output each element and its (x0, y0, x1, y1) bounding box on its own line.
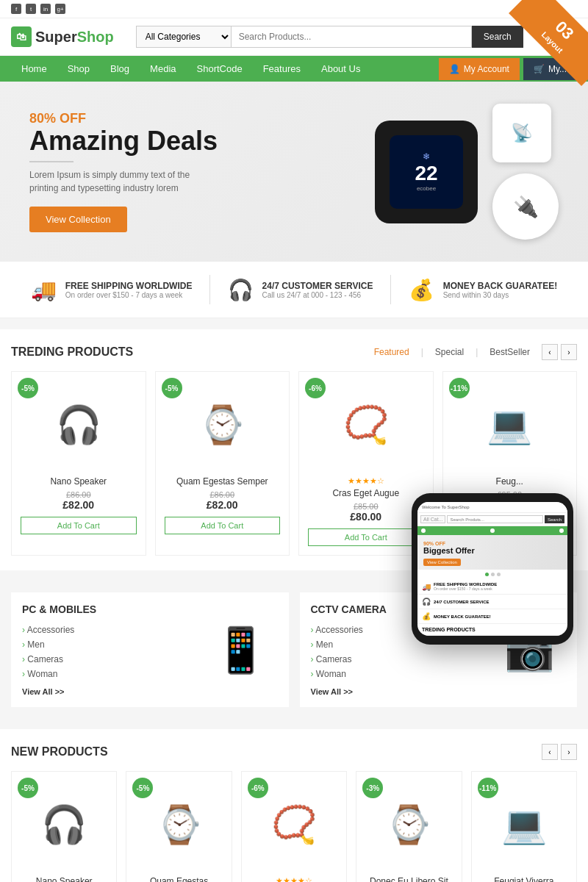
tab-divider-1: | (421, 347, 423, 357)
tab-featured[interactable]: Featured (370, 345, 414, 359)
mobile-category: All Cat... (420, 515, 445, 523)
nav-features[interactable]: Features (253, 56, 311, 82)
phone-icon: 📞 (538, 30, 553, 44)
feature-divider-1 (209, 275, 210, 304)
trending-prev-arrow[interactable]: ‹ (542, 344, 558, 360)
add-to-cart-0[interactable]: Add To Cart (21, 517, 137, 534)
mobile-frame: Welcome To SuperShop All Cat... Search 9… (412, 493, 573, 645)
nav-home[interactable]: Home (11, 56, 57, 82)
add-to-cart-2[interactable]: Add To Cart (308, 528, 424, 546)
hero-content: 80% OFF Amazing Deals Lorem Ipsum is sim… (29, 111, 375, 233)
category-pc-item-0[interactable]: Accessories (22, 623, 193, 637)
nav-aboutus[interactable]: About Us (311, 56, 370, 82)
nav-media[interactable]: Media (140, 56, 186, 82)
header-search: All Categories Search (136, 26, 523, 48)
category-pc-item-3[interactable]: Woman (22, 667, 193, 681)
new-product-name-3: Donec Eu Libero Sit (365, 876, 452, 882)
product-old-price-2: £85.00 (308, 502, 424, 511)
mobile-support-icon: 🎧 (422, 598, 431, 606)
search-button[interactable]: Search (472, 26, 523, 48)
view-collection-button[interactable]: View Collection (29, 207, 127, 232)
hero-device-small: 📡 (492, 104, 551, 162)
linkedin-icon[interactable]: in (40, 4, 51, 14)
new-products-header: NEW PRODUCTS ‹ › (11, 744, 577, 760)
tab-bestseller[interactable]: BestSeller (485, 345, 534, 359)
header: 🛍 SuperShop All Categories Search 📞 No..… (0, 18, 588, 56)
new-product-badge-2: -6% (248, 778, 268, 798)
support-icon: 🎧 (228, 278, 254, 302)
search-input[interactable] (232, 26, 472, 48)
hero-title: Amazing Deals (29, 126, 375, 156)
mobile-search-bar: All Cat... Search (417, 513, 567, 526)
trending-next-arrow[interactable]: › (561, 344, 577, 360)
product-icon-0: 🎧 (56, 404, 101, 446)
category-pc-item-2[interactable]: Cameras (22, 652, 193, 667)
new-product-1: -5% ⌚ Quam Egestas Semper £86.00 £82.00 … (126, 771, 232, 882)
new-products-title: NEW PRODUCTS (11, 745, 108, 759)
new-products-next-arrow[interactable]: › (561, 744, 577, 760)
new-product-badge-3: -3% (362, 778, 383, 798)
product-icon-3: 💻 (487, 404, 532, 446)
category-pc-info: PC & MOBILES Accessories Men Cameras Wom… (22, 603, 193, 696)
device-label: ecobee (417, 185, 436, 192)
mobile-shipping-icon: 🚚 (422, 583, 431, 591)
mobile-nav (417, 526, 567, 535)
new-product-stars-2: ★★★★☆ (251, 876, 337, 882)
new-product-icon-3: ⌚ (386, 803, 431, 846)
new-product-0: -5% 🎧 Nano Speaker £86.00 £82.00 Add To … (11, 771, 117, 882)
category-cctv-item-2[interactable]: Cameras (311, 652, 482, 667)
product-price-0: £82.00 (21, 499, 137, 511)
feature-moneyback-title: MONEY BACK GUARATEE! (443, 281, 558, 291)
category-select[interactable]: All Categories (136, 26, 232, 48)
mobile-feature-2-title: 24/7 CUSTOMER SERVICE (434, 600, 489, 604)
category-pc-item-1[interactable]: Men (22, 637, 193, 652)
mobile-banner-title: Biggest Offer (423, 546, 562, 555)
mobile-dot-1 (485, 573, 489, 576)
hero-device-round: 🔌 (492, 173, 559, 240)
category-pc-viewall[interactable]: View All >> (22, 687, 193, 696)
nav-shortcode[interactable]: ShortCode (187, 56, 253, 82)
cart-icon: 🛒 (534, 64, 545, 74)
mobile-feature-2-text: 24/7 CUSTOMER SERVICE (434, 600, 489, 604)
facebook-icon[interactable]: f (11, 4, 21, 14)
product-name-1: Quam Egestas Semper (165, 476, 281, 487)
hero-discount: 80% OFF (29, 111, 375, 126)
product-img-3: 💻 (452, 381, 568, 469)
nav-shop[interactable]: Shop (57, 56, 100, 82)
phone-number: No... (560, 32, 577, 41)
googleplus-icon[interactable]: g+ (55, 4, 65, 14)
hero-device-ecobee: ❄ 22 ecobee (375, 121, 478, 223)
mobile-money-icon: 💰 (422, 612, 431, 620)
new-products-nav-arrows: ‹ › (542, 744, 577, 760)
new-products-prev-arrow[interactable]: ‹ (542, 744, 558, 760)
category-cctv-item-3[interactable]: Woman (311, 667, 482, 681)
device-screen: ❄ 22 ecobee (390, 135, 463, 209)
new-product-icon-0: 🎧 (41, 803, 87, 846)
product-img-2: 📿 (308, 381, 424, 469)
cart-button[interactable]: 🛒 My... (523, 58, 577, 80)
tab-special[interactable]: Special (431, 345, 468, 359)
mobile-screen: Welcome To SuperShop All Cat... Search 9… (417, 502, 567, 636)
new-product-3: -3% ⌚ Donec Eu Libero Sit £86.00 £82.00 … (356, 771, 462, 882)
logo[interactable]: 🛍 SuperShop (11, 26, 114, 47)
trending-product-1: -5% ⌚ Quam Egestas Semper £86.00 £82.00 … (155, 371, 290, 556)
my-account-button[interactable]: 👤 My Account (439, 58, 520, 80)
mobile-products-title: TREDING PRODUCTS (417, 624, 567, 636)
logo-shop: Shop (77, 29, 114, 45)
twitter-icon[interactable]: t (26, 4, 36, 14)
mobile-dot-2 (491, 573, 495, 576)
add-to-cart-1[interactable]: Add To Cart (165, 517, 281, 534)
new-product-name-1: Quam Egestas Semper (135, 876, 222, 882)
hero-description: Lorem Ipsum is simply dummy text of the … (29, 168, 206, 195)
cart-label: My... (548, 64, 567, 74)
product-name-2: Cras Eget Augue (308, 488, 424, 498)
mobile-search-btn: Search (545, 515, 564, 523)
product-stars-2: ★★★★☆ (308, 476, 424, 486)
new-product-badge-4: -11% (478, 778, 498, 798)
mobile-preview: Welcome To SuperShop All Cat... Search 9… (412, 493, 573, 645)
nav-blog[interactable]: Blog (100, 56, 140, 82)
mobile-nav-dot-1 (421, 528, 426, 533)
mobile-feature-1-text: FREE SHIPPING WORLDWIDE On order over $1… (434, 582, 497, 591)
category-cctv-viewall[interactable]: View All >> (311, 687, 482, 696)
phone-image: 📱 (213, 624, 268, 676)
